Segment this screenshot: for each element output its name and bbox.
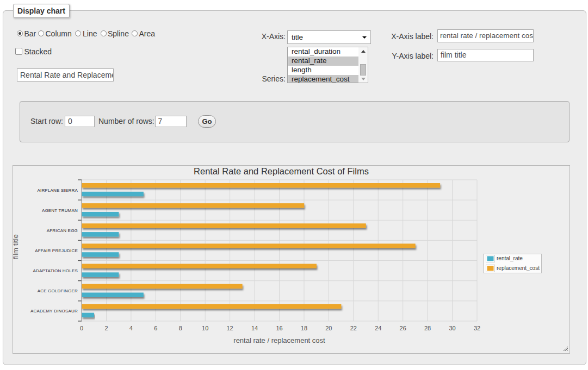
svg-text:14: 14	[251, 325, 258, 331]
svg-text:replacement_cost: replacement_cost	[497, 265, 540, 271]
svg-text:AIRPLANE SIERRA: AIRPLANE SIERRA	[37, 188, 78, 193]
svg-text:10: 10	[202, 325, 208, 331]
svg-text:4: 4	[129, 325, 133, 331]
svg-text:20: 20	[325, 325, 332, 331]
svg-text:8: 8	[179, 325, 182, 331]
svg-text:12: 12	[226, 325, 233, 331]
svg-text:film title: film title	[13, 234, 20, 259]
svg-text:30: 30	[449, 325, 455, 331]
svg-text:ACE GOLDFINGER: ACE GOLDFINGER	[38, 289, 78, 293]
svg-text:ADAPTATION HOLES: ADAPTATION HOLES	[33, 268, 78, 273]
svg-text:28: 28	[424, 325, 431, 331]
svg-text:AFRICAN EGG: AFRICAN EGG	[47, 228, 78, 233]
svg-text:ACADEMY DINOSAUR: ACADEMY DINOSAUR	[30, 309, 78, 313]
svg-text:Rental Rate and Replacement Co: Rental Rate and Replacement Cost of Film…	[194, 166, 369, 176]
svg-text:22: 22	[350, 325, 357, 331]
svg-text:rental_rate: rental_rate	[497, 255, 523, 261]
svg-text:6: 6	[154, 325, 157, 331]
svg-text:26: 26	[400, 325, 406, 331]
svg-text:AGENT TRUMAN: AGENT TRUMAN	[42, 208, 78, 213]
svg-text:32: 32	[474, 325, 480, 331]
svg-text:24: 24	[375, 325, 381, 331]
svg-text:0: 0	[80, 325, 83, 331]
svg-text:16: 16	[276, 325, 282, 331]
svg-text:2: 2	[104, 325, 108, 331]
svg-text:18: 18	[301, 325, 307, 331]
svg-text:rental rate / replacement cost: rental rate / replacement cost	[233, 336, 325, 344]
svg-text:AFFAIR PREJUDICE: AFFAIR PREJUDICE	[35, 248, 78, 253]
